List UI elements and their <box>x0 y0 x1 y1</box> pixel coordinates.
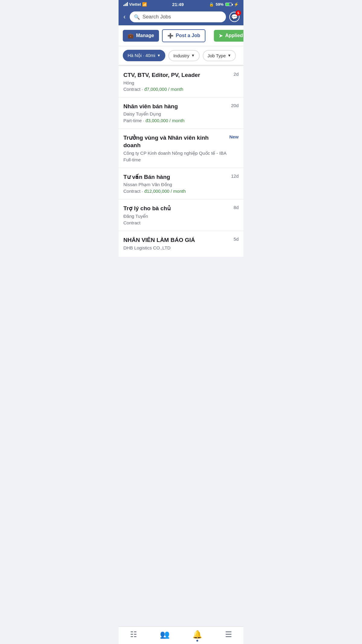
industry-label: Industry <box>173 53 189 58</box>
post-icon: ➕ <box>167 33 173 39</box>
status-left: Viettel 📶 <box>123 2 147 7</box>
job-age: New <box>229 134 239 139</box>
carrier-label: Viettel <box>129 2 141 7</box>
job-header: CTV, BTV, Editor, PV, Leader 2d <box>123 71 239 79</box>
job-details: Part-time · đ3,000,000 / month <box>123 118 239 123</box>
chevron-down-icon: ▼ <box>227 53 231 58</box>
search-input[interactable]: Search Jobs <box>142 14 171 20</box>
job-title: Trợ lý cho bà chủ <box>123 205 230 212</box>
job-title: Nhân viên bán hàng <box>123 103 227 110</box>
signal-icon <box>123 2 128 6</box>
battery-percent: 59% <box>216 2 224 7</box>
nav-home[interactable]: ☷ <box>130 630 137 639</box>
job-meta: Contract · <box>123 189 144 194</box>
job-company: Daisy Tuyển Dụng <box>123 111 239 117</box>
job-item[interactable]: Trưởng vùng và Nhân viên kinh doanh New … <box>119 129 243 168</box>
manage-icon: 💼 <box>128 33 134 39</box>
job-list: CTV, BTV, Editor, PV, Leader 2d Hóng Con… <box>119 66 243 257</box>
header: ‹ 🔍 Search Jobs 💬 5 <box>119 8 243 25</box>
job-item[interactable]: Nhân viên bán hàng 20d Daisy Tuyển Dụng … <box>119 97 243 129</box>
chevron-down-icon: ▼ <box>191 53 195 58</box>
bell-icon: 🔔 <box>192 630 202 639</box>
search-bar[interactable]: 🔍 Search Jobs <box>130 11 226 22</box>
charging-icon: ⚡ <box>234 2 239 7</box>
menu-icon: ☰ <box>225 630 232 639</box>
status-bar: Viettel 📶 21:49 🔒 59% ⚡ <box>119 0 243 8</box>
job-meta: Contract · <box>123 87 144 92</box>
chevron-down-icon: ▼ <box>157 53 161 58</box>
job-details: Contract · đ12,000,000 / month <box>123 189 239 194</box>
job-item[interactable]: Trợ lý cho bà chủ 8d Đăng Tuyển Contract <box>119 199 243 231</box>
job-salary: đ7,000,000 / month <box>144 87 183 92</box>
location-filter[interactable]: Hà Nội · 40mi ▼ <box>123 50 165 61</box>
job-meta: Part-time · <box>123 118 145 123</box>
messenger-button[interactable]: 💬 5 <box>229 11 240 22</box>
clock: 21:49 <box>172 2 184 7</box>
applied-button[interactable]: ➤ Applied <box>214 30 243 42</box>
job-details: Contract · đ7,000,000 / month <box>123 87 239 92</box>
status-right: 🔒 59% ⚡ <box>209 2 239 7</box>
battery-icon <box>225 3 232 6</box>
action-row: 💼 Manage ➕ Post a Job ➤ Applied <box>119 25 243 46</box>
applied-label: Applied <box>225 33 243 38</box>
nav-people[interactable]: 👥 <box>160 630 170 639</box>
job-header: Tư vấn Bán hàng 12d <box>123 173 239 181</box>
filter-row: Hà Nội · 40mi ▼ Industry ▼ Job Type ▼ <box>119 46 243 66</box>
job-company: DHB Logistics CO.,LTD <box>123 245 239 250</box>
job-details: Contract <box>123 220 239 225</box>
nav-active-dot <box>196 640 198 642</box>
job-title: Tư vấn Bán hàng <box>123 173 227 181</box>
bottom-nav: ☷ 👥 🔔 ☰ <box>119 627 243 644</box>
job-type-label: Job Type <box>208 53 226 58</box>
job-details: Full-time <box>123 157 239 162</box>
job-salary: đ3,000,000 / month <box>145 118 184 123</box>
job-meta: Full-time <box>123 157 141 162</box>
job-company: Nissan Phạm Văn Đồng <box>123 182 239 187</box>
job-company: Hóng <box>123 80 239 85</box>
lock-icon: 🔒 <box>209 2 214 7</box>
wifi-icon: 📶 <box>142 2 147 7</box>
job-item[interactable]: NHÂN VIÊN LÀM BÁO GIÁ 5d DHB Logistics C… <box>119 231 243 257</box>
back-button[interactable]: ‹ <box>122 12 127 22</box>
job-title: CTV, BTV, Editor, PV, Leader <box>123 71 230 79</box>
job-header: NHÂN VIÊN LÀM BÁO GIÁ 5d <box>123 236 239 244</box>
post-label: Post a Job <box>176 33 200 38</box>
manage-button[interactable]: 💼 Manage <box>123 30 159 42</box>
job-company: Công ty CP Kinh doanh Nông nghiệp Quốc t… <box>123 151 239 156</box>
job-age: 2d <box>233 71 239 77</box>
messenger-badge: 5 <box>236 10 241 16</box>
search-icon: 🔍 <box>134 14 140 20</box>
industry-filter[interactable]: Industry ▼ <box>168 50 199 61</box>
job-title: NHÂN VIÊN LÀM BÁO GIÁ <box>123 236 230 244</box>
job-company: Đăng Tuyển <box>123 214 239 219</box>
job-salary: đ12,000,000 / month <box>144 189 186 194</box>
post-job-button[interactable]: ➕ Post a Job <box>162 29 206 42</box>
job-header: Trưởng vùng và Nhân viên kinh doanh New <box>123 134 239 149</box>
job-type-filter[interactable]: Job Type ▼ <box>203 50 236 61</box>
nav-menu[interactable]: ☰ <box>225 630 232 639</box>
job-age: 20d <box>231 103 239 108</box>
manage-label: Manage <box>136 33 154 38</box>
location-label: Hà Nội · 40mi <box>128 53 155 58</box>
job-age: 12d <box>231 173 239 179</box>
job-age: 8d <box>233 205 239 210</box>
job-item[interactable]: CTV, BTV, Editor, PV, Leader 2d Hóng Con… <box>119 66 243 97</box>
people-icon: 👥 <box>160 630 170 639</box>
nav-notifications[interactable]: 🔔 <box>192 630 202 639</box>
job-header: Trợ lý cho bà chủ 8d <box>123 205 239 212</box>
job-item[interactable]: Tư vấn Bán hàng 12d Nissan Phạm Văn Đồng… <box>119 168 243 200</box>
job-title: Trưởng vùng và Nhân viên kinh doanh <box>123 134 226 149</box>
job-header: Nhân viên bán hàng 20d <box>123 103 239 110</box>
applied-icon: ➤ <box>219 33 223 39</box>
job-age: 5d <box>233 236 239 242</box>
job-meta: Contract <box>123 220 141 225</box>
home-icon: ☷ <box>130 630 137 639</box>
